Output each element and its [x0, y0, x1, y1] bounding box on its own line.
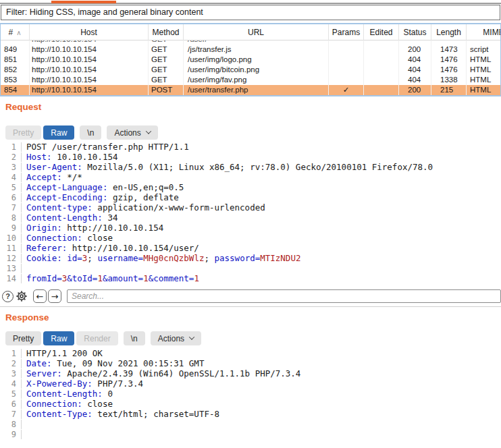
code-segment: PHP/7.3.4	[93, 379, 143, 389]
gear-icon[interactable]	[16, 290, 28, 302]
editor-line: 14fromId=3&toId=1&amount=1&comment=1	[0, 273, 501, 283]
cell-status: 200	[399, 45, 431, 55]
cell-status: 404	[399, 55, 431, 65]
code-segment: 34	[103, 213, 118, 223]
chevron-down-icon	[189, 334, 194, 339]
cell-edited	[364, 65, 399, 75]
tab-pretty[interactable]: Pretty	[5, 125, 41, 140]
cell-edited	[364, 75, 399, 85]
cell-host: http://10.10.10.154	[30, 85, 149, 95]
response-editor[interactable]: 1HTTP/1.1 200 OK2Date: Tue, 09 Nov 2021 …	[0, 348, 501, 439]
cell-url: /user/transfer.php	[184, 85, 329, 95]
editor-line: 4Accept: */*	[0, 172, 501, 182]
search-input[interactable]	[67, 289, 501, 303]
line-number: 12	[0, 254, 22, 263]
editor-line: 5Content-Length: 0	[0, 389, 501, 399]
column-header-mime[interactable]: MIME	[467, 24, 501, 40]
cell-length: 1473	[431, 45, 467, 55]
table-row[interactable]: 854http://10.10.10.154POST/user/transfer…	[1, 85, 501, 95]
code-segment: Referer:	[26, 243, 67, 253]
code-segment: fromId=	[26, 273, 62, 283]
column-header-method[interactable]: Method	[149, 24, 184, 40]
table-row[interactable]: 849http://10.10.10.154GET/js/transfer.js…	[1, 45, 501, 55]
tab-raw[interactable]: Raw	[43, 331, 74, 345]
line-number: 1	[0, 349, 22, 358]
help-icon[interactable]: ?	[2, 291, 14, 302]
cell-host: http://10.10.10.154	[30, 55, 149, 65]
code-segment: Apache/2.4.39 (Win64) OpenSSL/1.1.1b PHP…	[62, 368, 301, 379]
cell-params	[329, 45, 364, 55]
editor-line: 5Accept-Language: en-US,en;q=0.5	[0, 182, 501, 192]
editor-line: 4X-Powered-By: PHP/7.3.4	[0, 379, 501, 389]
line-number: 3	[0, 163, 22, 172]
history-table-body: 849http://10.10.10.154GET/js/transfer.js…	[1, 45, 500, 95]
filter-bar[interactable]: Filter: Hiding CSS, image and general bi…	[1, 5, 500, 20]
editor-line: 1HTTP/1.1 200 OK	[0, 348, 501, 358]
search-next-button[interactable]: →	[48, 289, 61, 303]
search-prev-button[interactable]: ←	[33, 289, 47, 303]
column-header-length[interactable]: Length	[431, 24, 467, 40]
table-row[interactable]: 851http://10.10.10.154GET/user/img/logo.…	[1, 55, 501, 65]
cell-mime: HTML	[467, 55, 501, 65]
code-segment: Tue, 09 Nov 2021 00:15:31 GMT	[52, 358, 205, 368]
editor-line: 2Date: Tue, 09 Nov 2021 00:15:31 GMT	[0, 358, 501, 368]
cell-url: /user/img/bitcoin.png	[184, 65, 329, 75]
tab-raw[interactable]: Raw	[43, 125, 74, 140]
code-segment: 0	[103, 389, 113, 399]
code-segment: ;	[87, 253, 97, 263]
column-header-params[interactable]: Params	[329, 24, 364, 40]
code-segment: Origin:	[26, 223, 62, 233]
column-header-num[interactable]: #∧	[1, 24, 30, 40]
code-segment: en-US,en;q=0.5	[107, 182, 184, 192]
tab-newline[interactable]: \n	[80, 125, 101, 140]
column-header-url[interactable]: URL	[184, 24, 329, 40]
code-segment: http://10.10.10.154	[62, 223, 164, 233]
request-tabs: PrettyRaw\nActions	[5, 125, 501, 140]
editor-line: 2Host: 10.10.10.154	[0, 152, 501, 162]
table-row[interactable]: 853http://10.10.10.154GET/user/img/fav.p…	[1, 75, 501, 85]
tab-newline[interactable]: \n	[124, 331, 145, 345]
line-number: 2	[0, 152, 22, 162]
editor-line: 8Content-Length: 34	[0, 213, 501, 223]
cell-method: GET	[149, 65, 184, 75]
code-segment: Date:	[26, 358, 52, 368]
cell-method: POST	[149, 85, 184, 95]
tab-render[interactable]: Render	[76, 331, 117, 345]
code-segment: Accept:	[26, 172, 62, 182]
column-header-status[interactable]: Status	[399, 24, 431, 40]
line-number: 5	[0, 389, 22, 399]
code-segment: Accept-Encoding:	[26, 192, 107, 202]
cell-length: 1476	[431, 55, 467, 65]
chevron-down-icon	[145, 128, 151, 134]
tab-pretty[interactable]: Pretty	[5, 331, 41, 345]
tab-actions[interactable]: Actions	[107, 125, 157, 140]
response-tabs: PrettyRawRender\nActions	[5, 331, 501, 345]
cell-params	[329, 75, 364, 85]
editor-line: 11Referer: http://10.10.10.154/user/	[0, 243, 501, 253]
cell-edited	[364, 85, 399, 95]
tab-actions[interactable]: Actions	[151, 331, 201, 345]
table-row[interactable]: 852http://10.10.10.154GET/user/img/bitco…	[1, 65, 501, 75]
line-number: 10	[0, 233, 22, 243]
cell-host: http://10.10.10.154	[30, 75, 149, 85]
line-number: 7	[0, 410, 22, 419]
cell-params	[329, 55, 364, 65]
line-number: 2	[0, 359, 22, 368]
tab-label: \n	[87, 128, 94, 138]
line-number: 8	[0, 420, 22, 429]
code-segment: */*	[62, 172, 82, 182]
line-number: 6	[0, 193, 22, 202]
cell-num: 852	[1, 65, 30, 75]
column-header-edited[interactable]: Edited	[364, 24, 399, 40]
editor-line: 9Origin: http://10.10.10.154	[0, 223, 501, 233]
editor-line: 3User-Agent: Mozilla/5.0 (X11; Linux x86…	[0, 162, 501, 172]
tab-label: Pretty	[13, 334, 34, 343]
line-number: 7	[0, 203, 22, 213]
column-header-host[interactable]: Host	[30, 24, 149, 40]
sort-asc-icon: ∧	[16, 29, 21, 36]
request-editor[interactable]: 1POST /user/transfer.php HTTP/1.12Host: …	[0, 142, 501, 283]
cell-url: /js/transfer.js	[184, 45, 329, 55]
cell-edited	[364, 45, 399, 55]
cell-num: 849	[1, 45, 30, 55]
request-panel: Request PrettyRaw\nActions 1POST /user/t…	[0, 102, 501, 283]
